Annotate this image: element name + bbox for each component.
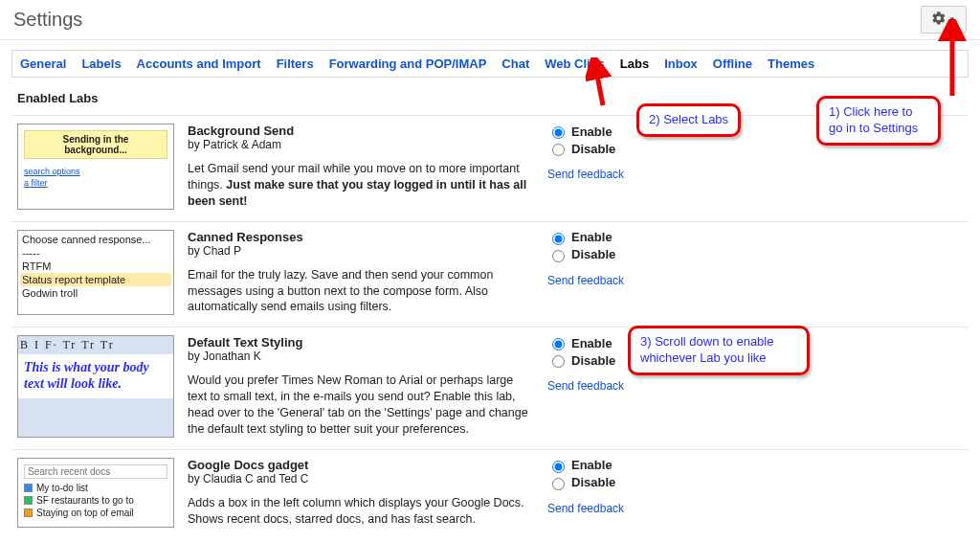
page-title: Settings: [13, 9, 82, 31]
enable-label: Enable: [571, 230, 612, 244]
send-feedback-link[interactable]: Send feedback: [547, 379, 662, 393]
thumb-body: This is what your body text will look li…: [18, 354, 173, 398]
lab-desc-text: Would you prefer Times New Roman to Aria…: [188, 373, 534, 438]
lab-title: Google Docs gadget: [188, 458, 534, 472]
disable-label: Disable: [571, 142, 615, 156]
thumb-link: a filter: [24, 178, 167, 190]
thumb-link: search options: [24, 167, 167, 178]
lab-author: by Claudia C and Ted C: [188, 472, 534, 486]
enable-label: Enable: [571, 124, 612, 139]
lab-desc-text: Email for the truly lazy. Save and then …: [188, 267, 534, 316]
disable-label: Disable: [571, 475, 615, 489]
thumb-doc: My to-do list: [36, 483, 88, 493]
lab-author: by Patrick & Adam: [188, 138, 534, 151]
thumb-doc: Staying on top of email: [36, 508, 134, 518]
tab-forwarding[interactable]: Forwarding and POP/IMAP: [329, 56, 487, 71]
lab-thumbnail: My to-do list SF restaurants to go to St…: [17, 458, 174, 528]
callout-text: 2) Select Labs: [649, 112, 728, 126]
lab-desc-text: Let Gmail send your mail while you move …: [188, 161, 534, 210]
header-bar: Settings ▼: [0, 0, 980, 40]
lab-desc-bold: Just make sure that you stay logged in u…: [188, 178, 526, 208]
lab-description: Default Text Styling by Jonathan K Would…: [188, 335, 534, 438]
send-feedback-link[interactable]: Send feedback: [547, 274, 662, 287]
enable-radio[interactable]: [552, 338, 565, 350]
annotation-callout-2: 2) Select Labs: [636, 103, 741, 137]
lab-controls: Enable Disable Send feedback: [547, 458, 662, 528]
tab-filters[interactable]: Filters: [277, 56, 314, 71]
enable-label: Enable: [571, 458, 612, 472]
tab-themes[interactable]: Themes: [768, 56, 814, 71]
doc-icon: [24, 496, 33, 505]
tab-inbox[interactable]: Inbox: [664, 56, 698, 71]
tab-general[interactable]: General: [20, 56, 66, 71]
disable-radio[interactable]: [552, 355, 565, 368]
enable-label: Enable: [571, 336, 612, 350]
annotation-callout-3: 3) Scroll down to enable whichever Lab y…: [628, 326, 810, 375]
thumb-option-selected: Status report template: [20, 273, 171, 286]
enable-radio[interactable]: [552, 126, 565, 139]
tab-offline[interactable]: Offline: [713, 56, 752, 71]
settings-gear-button[interactable]: ▼: [921, 6, 967, 34]
callout-text: whichever Lab you like: [640, 350, 797, 367]
caret-down-icon: ▼: [948, 15, 956, 24]
thumb-option: Godwin troll: [20, 286, 171, 300]
thumb-option: -----: [20, 246, 171, 260]
send-feedback-link[interactable]: Send feedback: [547, 502, 662, 515]
lab-title: Background Send: [188, 124, 534, 138]
lab-row: Choose canned response... ----- RTFM Sta…: [11, 221, 969, 327]
lab-thumbnail: Sending in the background... search opti…: [17, 124, 174, 210]
tab-webclips[interactable]: Web Clips: [545, 56, 605, 71]
lab-description: Google Docs gadget by Claudia C and Ted …: [188, 458, 534, 528]
lab-description: Background Send by Patrick & Adam Let Gm…: [188, 124, 534, 210]
enable-radio[interactable]: [552, 461, 565, 473]
lab-thumbnail: B I F· Tr Tr Tr This is what your body t…: [17, 335, 174, 438]
lab-row: My to-do list SF restaurants to go to St…: [11, 449, 969, 539]
tab-labs[interactable]: Labs: [620, 56, 649, 71]
thumb-toolbar: B I F· Tr Tr Tr: [18, 336, 173, 354]
lab-thumbnail: Choose canned response... ----- RTFM Sta…: [17, 230, 174, 316]
lab-desc-text: Adds a box in the left column which disp…: [188, 495, 534, 528]
lab-author: by Chad P: [188, 244, 534, 258]
thumb-option: Choose canned response...: [20, 233, 171, 246]
gear-icon: [931, 11, 947, 29]
annotation-callout-1: 1) Click here to go in to Settings: [816, 96, 941, 146]
doc-icon: [24, 484, 33, 492]
disable-radio[interactable]: [552, 144, 565, 156]
lab-title: Canned Responses: [188, 230, 534, 244]
callout-text: 3) Scroll down to enable: [640, 334, 797, 350]
send-feedback-link[interactable]: Send feedback: [547, 168, 662, 181]
thumb-doc: SF restaurants to go to: [36, 495, 134, 506]
lab-author: by Jonathan K: [188, 350, 534, 363]
lab-description: Canned Responses by Chad P Email for the…: [188, 230, 534, 316]
lab-title: Default Text Styling: [188, 335, 534, 350]
disable-label: Disable: [571, 353, 615, 368]
thumb-search-input: [24, 464, 167, 479]
disable-radio[interactable]: [552, 478, 565, 490]
tab-accounts[interactable]: Accounts and Import: [137, 56, 261, 71]
callout-text: 1) Click here to go in to Settings: [829, 104, 918, 135]
doc-icon: [24, 508, 33, 517]
lab-row: B I F· Tr Tr Tr This is what your body t…: [11, 327, 969, 449]
thumb-banner: Sending in the background...: [24, 130, 167, 159]
disable-radio[interactable]: [552, 250, 565, 262]
tab-chat[interactable]: Chat: [501, 56, 529, 71]
disable-label: Disable: [571, 247, 615, 261]
enable-radio[interactable]: [552, 233, 565, 245]
thumb-option: RTFM: [20, 260, 171, 273]
lab-controls: Enable Disable Send feedback: [547, 230, 662, 316]
settings-tabs: General Labels Accounts and Import Filte…: [11, 50, 969, 78]
tab-labels[interactable]: Labels: [81, 56, 121, 71]
